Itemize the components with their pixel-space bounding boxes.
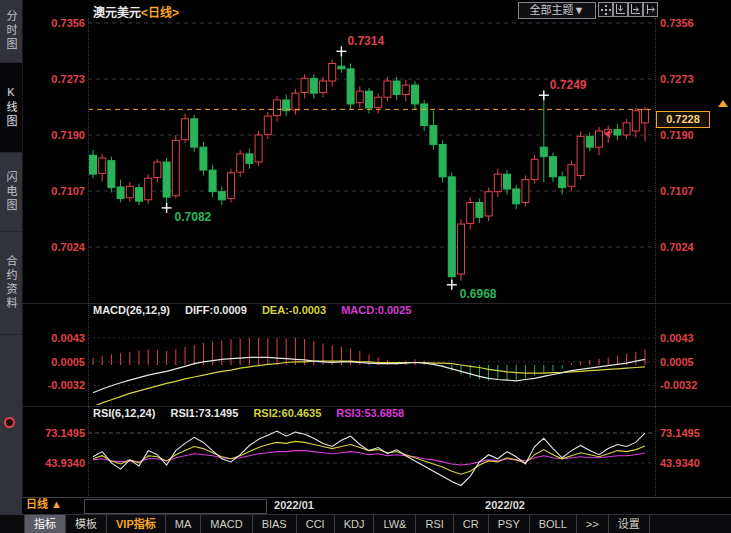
- price-tick: 0.7273: [660, 72, 724, 86]
- plot-right-border: [655, 18, 656, 496]
- diff-value: DIFF:0.0009: [185, 304, 247, 316]
- macd-label-row: MACD(26,12,9) DIFF:0.0009 DEA:-0.0003 MA…: [93, 304, 423, 316]
- toolbar-item-BIAS[interactable]: BIAS: [253, 515, 297, 533]
- price-tick: 0.7356: [660, 16, 724, 30]
- plot-left-border: [88, 18, 89, 496]
- sidebar-item-label: K线图: [3, 86, 19, 129]
- toolbar-item-MA[interactable]: MA: [166, 515, 202, 533]
- svg-text:0.7082: 0.7082: [175, 210, 212, 224]
- crosshair-icon[interactable]: [598, 2, 613, 17]
- sidebar-item-label: 分时图: [3, 10, 19, 52]
- rsi-label-row: RSI(6,12,24) RSI1:73.1495 RSI2:60.4635 R…: [93, 407, 416, 419]
- scale-price-axis-icon[interactable]: [613, 2, 628, 17]
- sidebar-item-lightning-chart[interactable]: 闪电图: [0, 153, 22, 232]
- period-selector[interactable]: [84, 499, 267, 514]
- macd-tick: 0.0043: [660, 331, 724, 345]
- theme-selector-dropdown[interactable]: 全部主题▼: [518, 2, 596, 19]
- toolbar-item-CR[interactable]: CR: [454, 515, 489, 533]
- chart-type-sidebar: 分时图 K线图 闪电图 合约资料: [0, 0, 23, 514]
- price-tick: 0.7107: [24, 184, 85, 198]
- toolbar-item-模板[interactable]: 模板: [66, 515, 107, 533]
- rsi-tick: 73.1495: [660, 426, 724, 440]
- toolbar-item-设置[interactable]: 设置: [609, 515, 650, 533]
- price-tick: 0.7190: [660, 128, 724, 142]
- indicator-marker-icon[interactable]: [4, 417, 15, 428]
- price-tick: 0.7024: [660, 240, 724, 254]
- price-up-arrow-icon: [718, 100, 728, 107]
- toolbar-item->>[interactable]: >>: [577, 515, 609, 533]
- current-price-badge: 0.7228: [656, 111, 710, 128]
- rsi3-value: RSI3:53.6858: [336, 407, 404, 419]
- pan-right-icon[interactable]: [643, 2, 658, 17]
- date-label-jan: 2022/01: [259, 499, 329, 511]
- price-tick: 0.7273: [24, 72, 85, 86]
- candlestick-chart[interactable]: 0.73140.72490.70820.6968: [88, 18, 655, 303]
- toolbar-item-MACD[interactable]: MACD: [201, 515, 252, 533]
- rsi-chart[interactable]: [88, 421, 655, 495]
- sidebar-item-kline-chart[interactable]: K线图: [0, 63, 22, 153]
- svg-text:0.7314: 0.7314: [347, 34, 384, 48]
- macd-tick: -0.0032: [660, 378, 724, 392]
- price-tick: 0.7356: [24, 16, 85, 30]
- rsi-title: RSI(6,12,24): [93, 407, 155, 419]
- sidebar-item-label: 合约资料: [3, 255, 19, 311]
- macd-tick: 0.0005: [24, 355, 85, 369]
- toolbar-item-RSI[interactable]: RSI: [416, 515, 453, 533]
- latest-price-arrow-marker: [604, 130, 610, 138]
- toolbar-item-指标[interactable]: 指标: [24, 515, 66, 533]
- svg-text:0.6968: 0.6968: [460, 287, 497, 301]
- toolbar-item-VIP指标[interactable]: VIP指标: [107, 515, 166, 533]
- macd-value: MACD:0.0025: [341, 304, 411, 316]
- date-label-feb: 2022/02: [470, 499, 540, 511]
- macd-tick: -0.0032: [24, 378, 85, 392]
- toolbar-item-CCI[interactable]: CCI: [297, 515, 335, 533]
- toolbar-item-LW&[interactable]: LW&: [374, 515, 416, 533]
- scale-time-axis-icon[interactable]: [628, 2, 643, 17]
- toolbar-item-KDJ[interactable]: KDJ: [335, 515, 375, 533]
- rsi-tick: 43.9340: [24, 456, 85, 470]
- macd-title: MACD(26,12,9): [93, 304, 170, 316]
- rsi-tick: 43.9340: [660, 456, 724, 470]
- macd-tick: 0.0043: [24, 331, 85, 345]
- price-tick: 0.7024: [24, 240, 85, 254]
- rsi-tick: 73.1495: [24, 426, 85, 440]
- macd-tick: 0.0005: [660, 355, 724, 369]
- period-label[interactable]: 日线 ▲: [26, 497, 62, 512]
- trading-app-window: 分时图 K线图 闪电图 合约资料 澳元美元<日线> 全部主题▼ 0.73140.…: [0, 0, 731, 533]
- date-axis: 日线 ▲ 2022/01 2022/02: [22, 497, 731, 515]
- toolbar-item-PSY[interactable]: PSY: [489, 515, 530, 533]
- dea-value: DEA:-0.0003: [262, 304, 326, 316]
- rsi2-value: RSI2:60.4635: [253, 407, 321, 419]
- toolbar-item-BOLL[interactable]: BOLL: [530, 515, 577, 533]
- sidebar-item-label: 闪电图: [3, 171, 19, 213]
- price-tick: 0.7190: [24, 128, 85, 142]
- indicator-toolbar: 指标模板VIP指标MAMACDBIASCCIKDJLW&RSICRPSYBOLL…: [0, 514, 731, 533]
- rsi1-value: RSI1:73.1495: [170, 407, 238, 419]
- price-tick: 0.7107: [660, 184, 724, 198]
- sidebar-item-time-chart[interactable]: 分时图: [0, 0, 22, 63]
- svg-text:0.7249: 0.7249: [550, 78, 587, 92]
- macd-chart[interactable]: [88, 318, 655, 405]
- sidebar-item-contract-info[interactable]: 合约资料: [0, 232, 22, 335]
